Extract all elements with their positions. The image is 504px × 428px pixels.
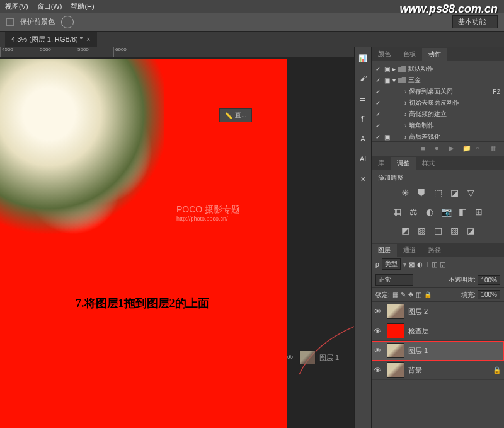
document-tab-bar: 4.3% (图层 1, RGB/8) * ×: [0, 32, 504, 47]
instruction-text: 7.将图层1拖到图层2的上面: [76, 296, 209, 311]
adj-exposure-icon[interactable]: ◪: [449, 187, 460, 199]
poco-watermark: POCO 摄影专题 http://photo.poco.cn/: [176, 204, 240, 222]
folder-icon: [398, 77, 406, 83]
glyphs-icon[interactable]: Al: [357, 153, 369, 165]
tab-actions[interactable]: 动作: [422, 48, 447, 61]
record-icon[interactable]: ●: [435, 144, 444, 153]
canvas-area: 4500 5000 5500 6000 POCO 摄影专题 http://pho…: [0, 47, 354, 428]
adj-hue-icon[interactable]: ▦: [391, 206, 403, 217]
tools-icon[interactable]: ✕: [357, 173, 369, 185]
straighten-tool-hint[interactable]: 📏 直...: [219, 108, 252, 122]
adj-gradient-icon[interactable]: ▧: [449, 225, 460, 236]
tab-channels[interactable]: 通道: [397, 244, 422, 257]
action-folder-default[interactable]: ✓▣▸默认动作: [375, 63, 500, 74]
action-item[interactable]: ✓›高低频的建立: [375, 108, 500, 120]
filter-type-icon[interactable]: T: [425, 261, 429, 268]
panel-tabs-layers: 图层 通道 路径: [372, 243, 504, 257]
menu-view[interactable]: 视图(V): [5, 2, 28, 11]
filter-pixel-icon[interactable]: ▩: [409, 261, 415, 268]
new-icon[interactable]: ▫: [476, 144, 485, 153]
actions-panel: ✓▣▸默认动作 ✓▣▾三金 ✓›保存到桌面关闭F2 ✓›初始去噪磨皮动作 ✓›高…: [372, 61, 504, 141]
character-icon[interactable]: A: [357, 132, 369, 145]
adj-curves-icon[interactable]: ⬚: [432, 187, 444, 199]
eye-icon[interactable]: 👁: [374, 347, 383, 354]
actions-footer: ■ ● ▶ 📁 ▫ 🗑: [372, 141, 504, 156]
layers-filter-row: ρ 类型 ▾ ▩ ◐ T ◫ ◱: [372, 257, 504, 272]
fill-input[interactable]: 100%: [478, 290, 500, 299]
opacity-input[interactable]: 100%: [478, 275, 500, 285]
checkbox-protect-fg[interactable]: [6, 18, 14, 26]
lock-pixel-icon[interactable]: ✎: [401, 291, 406, 298]
action-item[interactable]: ✓›保存到桌面关闭F2: [375, 86, 500, 97]
lock-icon: 🔒: [493, 366, 501, 374]
layer-row-1[interactable]: 👁 图层 1: [372, 341, 504, 361]
histogram-icon[interactable]: 📊: [357, 52, 369, 64]
filter-adj-icon[interactable]: ◐: [417, 261, 423, 268]
eye-icon[interactable]: 👁: [374, 366, 383, 374]
layer-thumb: [299, 350, 316, 364]
play-icon[interactable]: ▶: [449, 144, 457, 153]
blend-mode-select[interactable]: 正常: [375, 274, 413, 286]
adj-threshold-icon[interactable]: ◫: [432, 225, 444, 236]
filter-smart-icon[interactable]: ◱: [440, 261, 445, 268]
tab-adjustments[interactable]: 调整: [391, 157, 416, 170]
adj-photo-filter-icon[interactable]: 📷: [440, 206, 452, 217]
layers-lock-row: 锁定: ▦ ✎ ✥ ◫ 🔒 填充: 100%: [372, 288, 504, 302]
layer-filter-select[interactable]: 类型: [382, 258, 401, 270]
canvas-image-flowers: [0, 59, 164, 242]
layer-name: 背景: [408, 366, 422, 375]
collapsed-tool-panels: 📊 🖌 ☰ ¶ A Al ✕: [354, 47, 372, 428]
action-folder-sanjin[interactable]: ✓▣▾三金: [375, 74, 500, 86]
tab-color[interactable]: 颜色: [372, 48, 397, 61]
eye-icon: 👁: [287, 354, 295, 361]
layer-thumb: [387, 362, 404, 378]
panel-tabs-top: 颜色 色板 动作: [372, 47, 504, 61]
annotation-arrow: [296, 315, 354, 378]
brush-panel-icon[interactable]: 🖌: [357, 72, 369, 84]
close-icon[interactable]: ×: [86, 35, 90, 43]
lock-pos-icon[interactable]: ✥: [408, 291, 413, 298]
add-adjustment-label: 添加调整: [375, 172, 500, 183]
paragraph-icon[interactable]: ¶: [357, 112, 369, 125]
panel-tabs-mid: 库 调整 样式: [372, 156, 504, 170]
adj-bw-icon[interactable]: ◐: [424, 206, 435, 217]
adj-mixer-icon[interactable]: ◧: [457, 206, 468, 217]
brush-preview-icon[interactable]: [61, 16, 74, 28]
adj-balance-icon[interactable]: ⚖: [408, 206, 419, 217]
trash-icon[interactable]: 🗑: [490, 144, 499, 153]
layer-row-2[interactable]: 👁 图层 2: [372, 302, 504, 321]
tab-layers[interactable]: 图层: [372, 244, 397, 257]
lock-all-icon[interactable]: 🔒: [424, 291, 432, 298]
tab-paths[interactable]: 路径: [422, 244, 447, 257]
layer-name: 图层 1: [408, 346, 428, 356]
new-folder-icon[interactable]: 📁: [462, 144, 471, 153]
action-item[interactable]: ✓▣›高后差锐化: [375, 131, 500, 141]
action-item[interactable]: ✓›暗角制作: [375, 120, 500, 131]
document-tab[interactable]: 4.3% (图层 1, RGB/8) * ×: [5, 32, 97, 47]
adj-brightness-icon[interactable]: ☀: [399, 187, 411, 199]
layer-row-check[interactable]: 👁 检查层: [372, 321, 504, 341]
adj-invert-icon[interactable]: ◩: [399, 225, 411, 236]
menu-help[interactable]: 帮助(H): [71, 2, 94, 11]
adj-lookup-icon[interactable]: ⊞: [473, 206, 484, 217]
adj-posterize-icon[interactable]: ▨: [416, 225, 427, 236]
stop-icon[interactable]: ■: [421, 144, 430, 153]
tab-styles[interactable]: 样式: [416, 157, 441, 170]
filter-shape-icon[interactable]: ◫: [432, 261, 437, 268]
action-item[interactable]: ✓›初始去噪磨皮动作: [375, 97, 500, 108]
adj-vibrance-icon[interactable]: ▽: [465, 187, 476, 199]
eye-icon[interactable]: 👁: [374, 327, 383, 335]
lock-artboard-icon[interactable]: ◫: [416, 291, 421, 298]
menu-window[interactable]: 窗口(W): [37, 2, 62, 11]
eye-icon[interactable]: 👁: [374, 308, 383, 315]
adj-selective-icon[interactable]: ◪: [465, 225, 476, 236]
fill-label: 填充:: [461, 291, 476, 299]
lock-trans-icon[interactable]: ▦: [392, 291, 398, 298]
tab-swatches[interactable]: 色板: [397, 48, 422, 61]
tab-library[interactable]: 库: [372, 157, 391, 170]
workspace-select[interactable]: 基本功能: [452, 15, 498, 28]
layer-row-bg[interactable]: 👁 背景 🔒: [372, 361, 504, 380]
layer-thumb: [387, 343, 404, 358]
adj-levels-icon[interactable]: ⛊: [416, 187, 427, 199]
brushes-icon[interactable]: ☰: [357, 92, 369, 105]
